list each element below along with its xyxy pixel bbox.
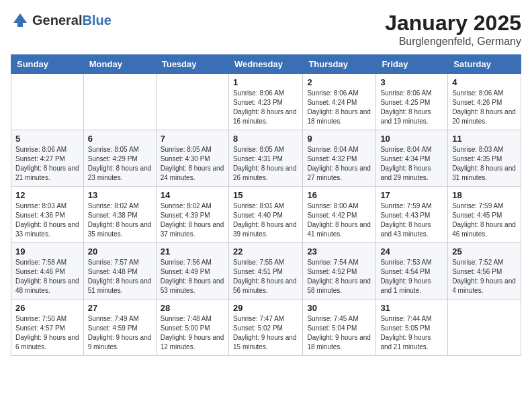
calendar-cell: 9Sunrise: 8:04 AM Sunset: 4:32 PM Daylig…	[303, 130, 376, 187]
day-number: 28	[161, 303, 224, 313]
svg-marker-0	[13, 13, 27, 23]
calendar-cell: 30Sunrise: 7:45 AM Sunset: 5:04 PM Dayli…	[303, 300, 376, 356]
day-number: 23	[307, 246, 371, 257]
day-number: 16	[307, 190, 371, 200]
calendar-cell: 10Sunrise: 8:04 AM Sunset: 4:34 PM Dayli…	[376, 130, 448, 187]
calendar-cell: 21Sunrise: 7:56 AM Sunset: 4:49 PM Dayli…	[156, 243, 228, 300]
day-info: Sunrise: 8:01 AM Sunset: 4:40 PM Dayligh…	[233, 201, 298, 239]
calendar-cell: 27Sunrise: 7:49 AM Sunset: 4:59 PM Dayli…	[83, 300, 156, 356]
weekday-header: Sunday	[11, 55, 84, 74]
day-info: Sunrise: 8:05 AM Sunset: 4:30 PM Dayligh…	[161, 145, 224, 183]
day-info: Sunrise: 7:59 AM Sunset: 4:43 PM Dayligh…	[380, 201, 443, 239]
calendar-week-row: 26Sunrise: 7:50 AM Sunset: 4:57 PM Dayli…	[11, 300, 521, 356]
day-info: Sunrise: 7:44 AM Sunset: 5:05 PM Dayligh…	[380, 314, 443, 352]
calendar-cell: 26Sunrise: 7:50 AM Sunset: 4:57 PM Dayli…	[11, 300, 84, 356]
day-number: 31	[380, 303, 443, 313]
day-info: Sunrise: 7:56 AM Sunset: 4:49 PM Dayligh…	[161, 258, 224, 295]
calendar-cell: 31Sunrise: 7:44 AM Sunset: 5:05 PM Dayli…	[376, 300, 448, 356]
day-number: 8	[233, 134, 298, 144]
day-info: Sunrise: 8:03 AM Sunset: 4:36 PM Dayligh…	[15, 201, 79, 239]
day-number: 27	[88, 303, 152, 313]
calendar-cell: 1Sunrise: 8:06 AM Sunset: 4:23 PM Daylig…	[228, 74, 302, 130]
calendar-cell: 5Sunrise: 8:06 AM Sunset: 4:27 PM Daylig…	[11, 130, 84, 187]
day-number: 3	[380, 77, 443, 87]
day-info: Sunrise: 7:53 AM Sunset: 4:54 PM Dayligh…	[380, 258, 443, 295]
weekday-header: Monday	[83, 55, 156, 74]
day-info: Sunrise: 8:02 AM Sunset: 4:38 PM Dayligh…	[88, 201, 152, 239]
calendar-cell: 25Sunrise: 7:52 AM Sunset: 4:56 PM Dayli…	[448, 243, 521, 300]
day-number: 15	[233, 190, 298, 200]
calendar-cell	[448, 300, 521, 356]
calendar-header-row: SundayMondayTuesdayWednesdayThursdayFrid…	[11, 55, 521, 74]
day-number: 24	[380, 246, 443, 257]
calendar-cell: 22Sunrise: 7:55 AM Sunset: 4:51 PM Dayli…	[228, 243, 302, 300]
day-number: 30	[307, 303, 371, 313]
calendar-cell: 11Sunrise: 8:03 AM Sunset: 4:35 PM Dayli…	[448, 130, 521, 187]
month-title: January 2025	[385, 11, 521, 36]
day-number: 9	[307, 134, 371, 144]
day-info: Sunrise: 7:45 AM Sunset: 5:04 PM Dayligh…	[307, 314, 371, 352]
day-info: Sunrise: 7:49 AM Sunset: 4:59 PM Dayligh…	[88, 314, 152, 352]
day-info: Sunrise: 8:04 AM Sunset: 4:34 PM Dayligh…	[380, 145, 443, 183]
calendar-week-row: 19Sunrise: 7:58 AM Sunset: 4:46 PM Dayli…	[11, 243, 521, 300]
logo-text-blue: Blue	[82, 13, 111, 28]
calendar-cell: 18Sunrise: 7:59 AM Sunset: 4:45 PM Dayli…	[448, 187, 521, 243]
day-info: Sunrise: 8:02 AM Sunset: 4:39 PM Dayligh…	[161, 201, 224, 239]
calendar-cell: 20Sunrise: 7:57 AM Sunset: 4:48 PM Dayli…	[83, 243, 156, 300]
day-number: 18	[452, 190, 517, 200]
calendar-table: SundayMondayTuesdayWednesdayThursdayFrid…	[11, 54, 521, 356]
day-number: 13	[88, 190, 152, 200]
calendar-cell: 19Sunrise: 7:58 AM Sunset: 4:46 PM Dayli…	[11, 243, 84, 300]
day-info: Sunrise: 8:00 AM Sunset: 4:42 PM Dayligh…	[307, 201, 371, 239]
day-number: 14	[161, 190, 224, 200]
title-block: January 2025 Burglengenfeld, Germany	[385, 11, 521, 48]
day-info: Sunrise: 7:48 AM Sunset: 5:00 PM Dayligh…	[161, 314, 224, 352]
day-info: Sunrise: 7:57 AM Sunset: 4:48 PM Dayligh…	[88, 258, 152, 295]
calendar-week-row: 12Sunrise: 8:03 AM Sunset: 4:36 PM Dayli…	[11, 187, 521, 243]
calendar-cell: 4Sunrise: 8:06 AM Sunset: 4:26 PM Daylig…	[448, 74, 521, 130]
day-number: 26	[15, 303, 79, 313]
day-info: Sunrise: 8:06 AM Sunset: 4:27 PM Dayligh…	[15, 145, 79, 183]
calendar-week-row: 1Sunrise: 8:06 AM Sunset: 4:23 PM Daylig…	[11, 74, 521, 130]
day-number: 11	[452, 134, 517, 144]
calendar-cell	[156, 74, 228, 130]
day-info: Sunrise: 7:59 AM Sunset: 4:45 PM Dayligh…	[452, 201, 517, 239]
day-number: 22	[233, 246, 298, 257]
calendar-cell: 14Sunrise: 8:02 AM Sunset: 4:39 PM Dayli…	[156, 187, 228, 243]
day-info: Sunrise: 8:06 AM Sunset: 4:26 PM Dayligh…	[452, 89, 517, 126]
logo-text-general: General	[32, 13, 82, 28]
day-info: Sunrise: 8:04 AM Sunset: 4:32 PM Dayligh…	[307, 145, 371, 183]
day-info: Sunrise: 7:52 AM Sunset: 4:56 PM Dayligh…	[452, 258, 517, 295]
calendar-cell: 2Sunrise: 8:06 AM Sunset: 4:24 PM Daylig…	[303, 74, 376, 130]
day-info: Sunrise: 7:58 AM Sunset: 4:46 PM Dayligh…	[15, 258, 79, 295]
day-info: Sunrise: 7:55 AM Sunset: 4:51 PM Dayligh…	[233, 258, 298, 295]
day-info: Sunrise: 8:06 AM Sunset: 4:24 PM Dayligh…	[307, 89, 371, 126]
day-number: 7	[161, 134, 224, 144]
weekday-header: Wednesday	[228, 55, 302, 74]
logo: GeneralBlue	[11, 11, 112, 30]
day-number: 29	[233, 303, 298, 313]
calendar-cell: 6Sunrise: 8:05 AM Sunset: 4:29 PM Daylig…	[83, 130, 156, 187]
calendar-cell: 13Sunrise: 8:02 AM Sunset: 4:38 PM Dayli…	[83, 187, 156, 243]
weekday-header: Friday	[376, 55, 448, 74]
day-number: 12	[15, 190, 79, 200]
day-number: 4	[452, 77, 517, 87]
day-number: 21	[161, 246, 224, 257]
calendar-cell: 8Sunrise: 8:05 AM Sunset: 4:31 PM Daylig…	[228, 130, 302, 187]
day-number: 1	[233, 77, 298, 87]
day-number: 25	[452, 246, 517, 257]
calendar-cell: 15Sunrise: 8:01 AM Sunset: 4:40 PM Dayli…	[228, 187, 302, 243]
day-info: Sunrise: 8:06 AM Sunset: 4:23 PM Dayligh…	[233, 89, 298, 126]
logo-icon	[11, 11, 30, 30]
day-number: 20	[88, 246, 152, 257]
day-info: Sunrise: 8:05 AM Sunset: 4:31 PM Dayligh…	[233, 145, 298, 183]
day-number: 10	[380, 134, 443, 144]
page-header: GeneralBlue January 2025 Burglengenfeld,…	[11, 11, 521, 48]
calendar-cell: 16Sunrise: 8:00 AM Sunset: 4:42 PM Dayli…	[303, 187, 376, 243]
svg-rect-1	[17, 23, 23, 27]
calendar-cell: 24Sunrise: 7:53 AM Sunset: 4:54 PM Dayli…	[376, 243, 448, 300]
weekday-header: Saturday	[448, 55, 521, 74]
day-info: Sunrise: 8:06 AM Sunset: 4:25 PM Dayligh…	[380, 89, 443, 126]
calendar-cell: 3Sunrise: 8:06 AM Sunset: 4:25 PM Daylig…	[376, 74, 448, 130]
weekday-header: Thursday	[303, 55, 376, 74]
